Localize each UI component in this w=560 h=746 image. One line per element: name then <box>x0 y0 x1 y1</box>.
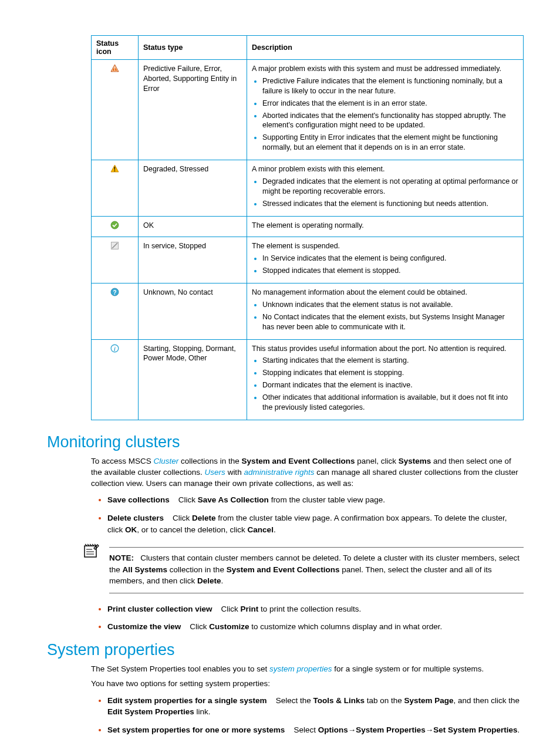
status-desc-cell: A minor problem exists with this element… <box>247 160 524 217</box>
note-icon <box>82 541 101 598</box>
desc-bullet: Aborted indicates that the element's fun… <box>262 111 518 131</box>
status-desc-cell: This status provides useful information … <box>247 339 524 420</box>
info-icon: i <box>92 339 139 420</box>
status-desc-cell: The element is operating normally. <box>247 216 524 237</box>
desc-bullet: Starting indicates that the element is s… <box>262 356 518 366</box>
table-row: iStarting, Stopping, Dormant, Power Mode… <box>92 339 524 420</box>
th-desc: Description <box>247 36 524 60</box>
status-desc-cell: No management information about the elem… <box>247 283 524 340</box>
item-delete-clusters: Delete clusters Click Delete from the cl… <box>107 512 524 535</box>
heading-monitoring-clusters: Monitoring clusters <box>47 433 524 451</box>
pause-icon <box>92 237 139 283</box>
status-type-cell: Starting, Stopping, Dormant, Power Mode,… <box>139 339 247 420</box>
th-icon: Status icon <box>92 36 139 60</box>
desc-bullet: Unknown indicates that the element statu… <box>262 300 518 310</box>
item-print-view: Print cluster collection view Click Prin… <box>107 603 524 615</box>
desc-bullet: Predictive Failure indicates that the el… <box>262 76 518 96</box>
desc-bullet: Supporting Entity in Error indicates tha… <box>262 133 518 153</box>
desc-bullet: No Contact indicates that the element ex… <box>262 312 518 332</box>
desc-bullet: Other indicates that additional informat… <box>262 393 518 413</box>
warning-icon: ! <box>92 160 139 217</box>
desc-bullet: Dormant indicates that the element is in… <box>262 380 518 390</box>
desc-bullet: In Service indicates that the element is… <box>262 254 518 264</box>
table-row: ?Unknown, No contactNo management inform… <box>92 283 524 340</box>
note-block: NOTE: Clusters that contain cluster memb… <box>82 541 524 598</box>
table-row: OKThe element is operating normally. <box>92 216 524 237</box>
status-desc-cell: The element is suspended.In Service indi… <box>247 237 524 283</box>
svg-point-5 <box>111 221 119 229</box>
critical-icon: ! <box>92 60 139 160</box>
status-desc-cell: A major problem exists with this system … <box>247 60 524 160</box>
desc-bullet: Stopping indicates that element is stopp… <box>262 368 518 378</box>
svg-text:!: ! <box>114 166 116 173</box>
desc-bullet: Error indicates that the element is in a… <box>262 99 518 109</box>
heading-system-properties: System properties <box>47 641 524 659</box>
item-edit-single: Edit system properties for a single syst… <box>107 694 524 718</box>
th-type: Status type <box>139 36 247 60</box>
status-type-cell: OK <box>139 216 247 237</box>
unknown-icon: ? <box>92 283 139 340</box>
sysprops-p1: The Set System Properties tool enables y… <box>91 664 524 675</box>
svg-text:?: ? <box>113 289 116 296</box>
ok-icon <box>92 216 139 237</box>
status-type-cell: Degraded, Stressed <box>139 160 247 217</box>
desc-bullet: Stressed indicates that the element is f… <box>262 199 518 209</box>
sysprops-p2: You have two options for setting system … <box>91 679 524 690</box>
item-save-collections: Save collections Click Save As Collectio… <box>107 494 524 506</box>
table-row: In service, StoppedThe element is suspen… <box>92 237 524 283</box>
status-table: Status icon Status type Description !Pre… <box>91 35 524 420</box>
status-type-cell: Unknown, No contact <box>139 283 247 340</box>
clusters-intro: To access MSCS Cluster collections in th… <box>91 456 524 490</box>
item-set-multi: Set system properties for one or more sy… <box>107 724 524 736</box>
desc-bullet: Stopped indicates that element is stoppe… <box>262 266 518 276</box>
table-row: !Degraded, StressedA minor problem exist… <box>92 160 524 217</box>
svg-text:!: ! <box>114 66 116 72</box>
status-type-cell: Predictive Failure, Error, Aborted, Supp… <box>139 60 247 160</box>
item-customize-view: Customize the view Click Customize to cu… <box>107 620 524 633</box>
table-row: !Predictive Failure, Error, Aborted, Sup… <box>92 60 524 160</box>
svg-text:i: i <box>114 345 116 352</box>
desc-bullet: Degraded indicates that the element is n… <box>262 177 518 197</box>
status-type-cell: In service, Stopped <box>139 237 247 283</box>
